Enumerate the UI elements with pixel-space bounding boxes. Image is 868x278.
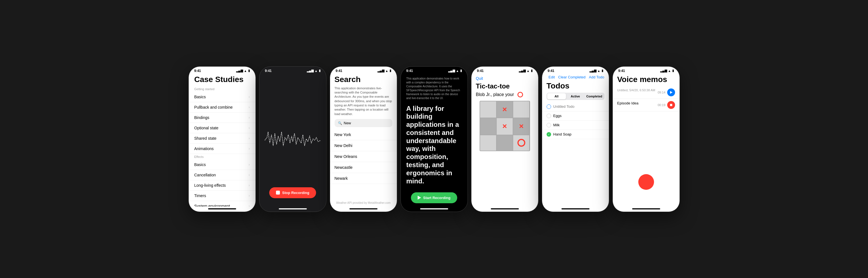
wifi-icon-2: ▲ bbox=[315, 69, 318, 72]
wifi-icon-6: ▲ bbox=[597, 69, 600, 72]
edit-button[interactable]: Edit bbox=[549, 75, 555, 79]
wifi-icon-1: ▲ bbox=[244, 69, 247, 72]
search-result-newcastle[interactable]: Newcastle bbox=[330, 162, 397, 173]
home-indicator-5 bbox=[491, 208, 519, 209]
battery-icon-1: ▮ bbox=[248, 69, 250, 72]
status-icons-7: ▂▄▆ ▲ ▮ bbox=[660, 69, 674, 72]
list-item-basics-2[interactable]: Basics › bbox=[189, 160, 255, 170]
voice-memos-content: Voice memos Untitled, 5/4/20, 6:50:38 AM… bbox=[613, 74, 680, 207]
list-item-cancellation[interactable]: Cancellation › bbox=[189, 170, 255, 180]
quit-button[interactable]: Quit bbox=[476, 76, 483, 81]
ttt-status: Blob Jr., place your bbox=[476, 92, 523, 97]
search-input[interactable] bbox=[344, 121, 389, 125]
todo-row-handsoap: ✓ Hand Soap bbox=[542, 130, 609, 139]
play-icon bbox=[417, 196, 421, 200]
clear-completed-button[interactable]: Clear Completed bbox=[558, 75, 586, 79]
chevron-icon: › bbox=[249, 136, 250, 140]
list-item-animations[interactable]: Animations › bbox=[189, 144, 255, 154]
signal-icon-4: ▂▄▆ bbox=[448, 69, 455, 72]
tab-completed[interactable]: Completed bbox=[585, 93, 603, 99]
start-recording-label: Start Recording bbox=[423, 196, 451, 200]
list-item-pullback[interactable]: Pullback and combine › bbox=[189, 102, 255, 112]
signal-icon-1: ▂▄▆ bbox=[236, 69, 243, 72]
status-icons-3: ▂▄▆ ▲ ▮ bbox=[377, 69, 391, 72]
record-button[interactable] bbox=[638, 174, 654, 190]
signal-icon-2: ▂▄▆ bbox=[307, 69, 314, 72]
waveform-svg bbox=[265, 124, 321, 157]
ttt-cell-0-1[interactable]: × bbox=[497, 101, 513, 118]
todo-input-row bbox=[542, 102, 609, 111]
ttt-o-piece bbox=[518, 92, 523, 97]
signal-icon-7: ▂▄▆ bbox=[660, 69, 667, 72]
signal-icon-3: ▂▄▆ bbox=[377, 69, 384, 72]
handsoap-checkbox[interactable]: ✓ bbox=[547, 132, 551, 137]
stop-recording-button[interactable]: Stop Recording bbox=[269, 187, 316, 198]
list-item-label: Long-living effects bbox=[194, 183, 226, 187]
library-content: This application demonstrates how to wor… bbox=[401, 74, 467, 207]
eggs-checkbox[interactable] bbox=[547, 114, 551, 118]
time-6: 9:41 bbox=[548, 69, 554, 73]
search-result-new-york[interactable]: New York bbox=[330, 129, 397, 140]
ttt-cell-2-2[interactable] bbox=[513, 135, 529, 151]
ttt-cell-2-0[interactable] bbox=[480, 135, 496, 151]
phone-todos: 9:41 ▂▄▆ ▲ ▮ Edit Clear Completed Add To… bbox=[542, 66, 609, 212]
start-recording-button[interactable]: Start Recording bbox=[411, 192, 457, 203]
signal-icon-5: ▂▄▆ bbox=[519, 69, 526, 72]
add-todo-button[interactable]: Add Todo bbox=[589, 75, 604, 79]
milk-checkbox[interactable] bbox=[547, 123, 551, 127]
search-input-container[interactable]: 🔍 bbox=[335, 119, 392, 127]
ttt-cell-1-1[interactable]: × bbox=[497, 118, 513, 135]
stop-recording-label: Stop Recording bbox=[282, 190, 309, 195]
list-item-shared-state[interactable]: Shared state › bbox=[189, 133, 255, 144]
status-icons-6: ▂▄▆ ▲ ▮ bbox=[590, 69, 603, 72]
search-icon: 🔍 bbox=[338, 121, 342, 125]
phone-library: 9:41 ▂▄▆ ▲ ▮ This application demonstrat… bbox=[401, 66, 468, 212]
list-item-optional-state[interactable]: Optional state › bbox=[189, 123, 255, 133]
tab-all[interactable]: All bbox=[547, 93, 566, 99]
milk-label: Milk bbox=[553, 123, 560, 127]
tab-active[interactable]: Active bbox=[566, 93, 585, 99]
status-bar-4: 9:41 ▂▄▆ ▲ ▮ bbox=[401, 67, 467, 74]
list-item-label: Shared state bbox=[194, 136, 217, 141]
search-result-newark[interactable]: Newark bbox=[330, 173, 397, 184]
list-item-long-living[interactable]: Long-living effects › bbox=[189, 180, 255, 190]
todos-content: Edit Clear Completed Add Todo Todos All … bbox=[542, 74, 609, 207]
list-item-timers[interactable]: Timers › bbox=[189, 190, 255, 201]
waveform-content: Stop Recording bbox=[259, 74, 326, 207]
phone-tictactoe: 9:41 ▂▄▆ ▲ ▮ Quit Tic-tac-toe Blob Jr., … bbox=[471, 66, 538, 212]
list-item-label: Bindings bbox=[194, 115, 210, 120]
time-2: 9:41 bbox=[265, 69, 272, 73]
tictactoe-content: Quit Tic-tac-toe Blob Jr., place your × … bbox=[471, 74, 538, 207]
list-item-label: Animations bbox=[194, 146, 214, 151]
memo-1-play-button[interactable] bbox=[667, 89, 675, 96]
chevron-icon: › bbox=[249, 126, 250, 130]
list-item-basics-1[interactable]: Basics › bbox=[189, 92, 255, 102]
voice-memos-title: Voice memos bbox=[613, 74, 680, 86]
memo-1-duration: 09:14 bbox=[658, 91, 665, 94]
search-result-new-delhi[interactable]: New Delhi bbox=[330, 140, 397, 151]
search-content: Search This application demonstrates liv… bbox=[330, 74, 397, 207]
ttt-cell-2-1[interactable] bbox=[497, 135, 513, 151]
status-icons-5: ▂▄▆ ▲ ▮ bbox=[519, 69, 533, 72]
status-icons-2: ▂▄▆ ▲ ▮ bbox=[307, 69, 320, 72]
new-todo-checkbox[interactable] bbox=[547, 104, 551, 109]
library-description: This application demonstrates how to wor… bbox=[406, 77, 462, 100]
list-item-system-env[interactable]: System environment › bbox=[189, 201, 255, 207]
ttt-title: Tic-tac-toe bbox=[476, 82, 510, 90]
ttt-cell-1-2[interactable]: × bbox=[513, 118, 529, 135]
battery-icon-3: ▮ bbox=[390, 69, 391, 72]
time-3: 9:41 bbox=[336, 69, 342, 73]
chevron-icon: › bbox=[249, 183, 250, 187]
ttt-cell-0-2[interactable] bbox=[513, 101, 529, 118]
time-4: 9:41 bbox=[406, 69, 413, 73]
home-indicator-4 bbox=[420, 208, 448, 209]
search-result-new-orleans[interactable]: New Orleans bbox=[330, 151, 397, 162]
ttt-status-text: Blob Jr., place your bbox=[476, 92, 514, 97]
chevron-icon: › bbox=[249, 116, 250, 119]
new-todo-input[interactable] bbox=[553, 104, 604, 109]
memo-2-play-button[interactable] bbox=[667, 101, 675, 109]
ttt-cell-1-0[interactable] bbox=[480, 118, 496, 135]
status-bar-1: 9:41 ▂▄▆ ▲ ▮ bbox=[189, 67, 255, 74]
list-item-bindings[interactable]: Bindings › bbox=[189, 112, 255, 123]
ttt-cell-0-0[interactable] bbox=[480, 101, 496, 118]
